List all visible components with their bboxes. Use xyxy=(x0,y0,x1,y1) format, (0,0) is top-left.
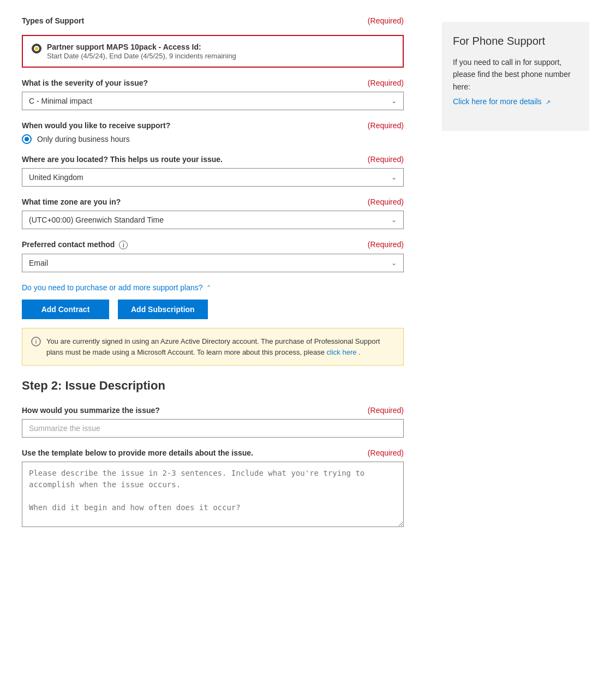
warning-box: i You are currently signed in using an A… xyxy=(22,328,404,366)
warning-text: You are currently signed in using an Azu… xyxy=(46,336,394,357)
phone-support-description: If you need to call in for support, plea… xyxy=(453,56,578,93)
timezone-required: (Required) xyxy=(368,198,404,206)
summarize-required: (Required) xyxy=(368,406,404,415)
timezone-value: (UTC+00:00) Greenwich Standard Time xyxy=(29,216,164,224)
radio-timing xyxy=(22,134,32,144)
warning-text-after: . xyxy=(358,348,361,356)
timezone-group: What time zone are you in? (Required) (U… xyxy=(22,198,404,229)
severity-group: What is the severity of your issue? (Req… xyxy=(22,79,404,110)
contact-method-info-icon: i xyxy=(119,241,128,249)
warning-click-here-link[interactable]: click here xyxy=(327,348,359,356)
contact-method-label: Preferred contact method i xyxy=(22,240,128,249)
support-option-maps[interactable]: Partner support MAPS 10pack - Access Id:… xyxy=(22,35,404,68)
contact-method-dropdown[interactable]: Email ⌄ xyxy=(22,254,404,272)
location-dropdown[interactable]: United Kingdom ⌄ xyxy=(22,168,404,187)
severity-dropdown[interactable]: C - Minimal impact ⌄ xyxy=(22,92,404,110)
sidebar: For Phone Support If you need to call in… xyxy=(426,11,600,671)
location-label: Where are you located? This helps us rou… xyxy=(22,155,223,164)
support-option-text: Partner support MAPS 10pack - Access Id:… xyxy=(47,43,236,60)
contact-method-value: Email xyxy=(29,259,48,267)
timezone-dropdown[interactable]: (UTC+00:00) Greenwich Standard Time ⌄ xyxy=(22,211,404,229)
details-label: Use the template below to provide more d… xyxy=(22,448,253,457)
timezone-chevron-icon: ⌄ xyxy=(391,216,397,224)
support-type-label: Types of Support xyxy=(22,16,84,25)
phone-support-link[interactable]: Click here for more details ↗ xyxy=(453,97,551,106)
severity-value: C - Minimal impact xyxy=(29,97,92,105)
support-option-title: Partner support MAPS 10pack - Access Id: xyxy=(47,43,236,51)
radio-timing-inner xyxy=(25,137,29,141)
step2-heading: Step 2: Issue Description xyxy=(22,379,404,393)
contact-method-group: Preferred contact method i (Required) Em… xyxy=(22,240,404,272)
support-timing-option[interactable]: Only during business hours xyxy=(22,134,404,144)
details-group: Use the template below to provide more d… xyxy=(22,448,404,529)
support-timing-label: When would you like to receive support? xyxy=(22,121,170,130)
location-chevron-icon: ⌄ xyxy=(391,174,397,181)
support-type-required: (Required) xyxy=(368,16,404,25)
support-type-section: Types of Support (Required) Partner supp… xyxy=(22,16,404,68)
severity-chevron-icon: ⌄ xyxy=(391,97,397,105)
radio-maps xyxy=(32,44,41,53)
support-timing-group: When would you like to receive support? … xyxy=(22,121,404,144)
location-value: United Kingdom xyxy=(29,173,83,182)
support-option-details: Start Date (4/5/24), End Date (4/5/25), … xyxy=(47,52,236,60)
location-required: (Required) xyxy=(368,155,404,164)
support-plans-toggle-link[interactable]: Do you need to purchase or add more supp… xyxy=(22,283,404,292)
external-link-icon: ↗ xyxy=(546,99,551,105)
summarize-group: How would you summarize the issue? (Requ… xyxy=(22,406,404,438)
severity-required: (Required) xyxy=(368,79,404,87)
support-plans-buttons: Add Contract Add Subscription xyxy=(22,300,404,319)
add-subscription-button[interactable]: Add Subscription xyxy=(118,300,208,319)
support-plans-chevron-icon: ⌃ xyxy=(206,284,211,291)
radio-maps-inner xyxy=(34,46,39,51)
support-timing-required: (Required) xyxy=(368,121,404,130)
details-textarea[interactable] xyxy=(22,462,404,527)
location-group: Where are you located? This helps us rou… xyxy=(22,155,404,187)
contact-method-chevron-icon: ⌄ xyxy=(391,259,397,267)
support-plans-toggle-label: Do you need to purchase or add more supp… xyxy=(22,283,203,292)
warning-info-icon: i xyxy=(31,337,41,346)
summarize-input[interactable] xyxy=(22,419,404,438)
support-timing-value: Only during business hours xyxy=(37,135,130,143)
phone-support-link-text: Click here for more details xyxy=(453,97,542,106)
timezone-label: What time zone are you in? xyxy=(22,198,121,206)
contact-method-required: (Required) xyxy=(368,240,404,249)
add-contract-button[interactable]: Add Contract xyxy=(22,300,109,319)
severity-label: What is the severity of your issue? xyxy=(22,79,148,87)
support-plans-toggle: Do you need to purchase or add more supp… xyxy=(22,283,404,292)
phone-support-card: For Phone Support If you need to call in… xyxy=(442,22,589,131)
summarize-label: How would you summarize the issue? xyxy=(22,406,160,415)
details-required: (Required) xyxy=(368,448,404,457)
phone-support-title: For Phone Support xyxy=(453,35,578,47)
